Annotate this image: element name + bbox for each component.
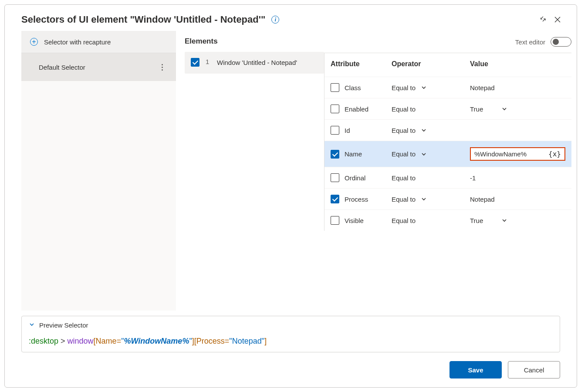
selector-preview-text: :desktop > window[Name="%WindowName%"][P… [29, 337, 553, 346]
attributes-column: Text editor Attribute Operator Value Cla… [324, 31, 571, 311]
chevron-down-icon[interactable] [421, 196, 427, 202]
attr-value-input[interactable]: %WindowName%{x} [470, 147, 565, 161]
preview-label: Preview Selector [39, 321, 88, 329]
attr-row-enabled: EnabledEqual toTrue [324, 98, 571, 119]
add-selector-button[interactable]: + Selector with recapture [21, 31, 176, 53]
attr-operator: Equal to [392, 150, 416, 158]
attr-operator: Equal to [392, 105, 416, 113]
cancel-button[interactable]: Cancel [508, 361, 560, 378]
attr-row-process: ProcessEqual toNotepad [324, 188, 571, 210]
content: + Selector with recapture Default Select… [5, 31, 577, 311]
selector-sidebar: + Selector with recapture Default Select… [21, 31, 176, 311]
chevron-down-icon[interactable] [501, 217, 507, 223]
attr-row-visible: VisibleEqual toTrue [324, 210, 571, 231]
col-value: Value [470, 60, 565, 68]
add-selector-label: Selector with recapture [44, 38, 111, 46]
attr-operator: Equal to [392, 84, 416, 91]
save-button[interactable]: Save [449, 361, 502, 378]
chevron-down-icon[interactable] [421, 127, 427, 133]
attr-name: Class [345, 84, 361, 91]
attribute-table: Attribute Operator Value ClassEqual toNo… [324, 53, 571, 231]
attr-name: Enabled [345, 105, 368, 113]
attr-checkbox[interactable] [331, 173, 339, 182]
attr-operator: Equal to [392, 196, 416, 203]
attr-row-ordinal: OrdinalEqual to-1 [324, 167, 571, 188]
main-area: Elements 1 Window 'Untitled - Notepad' T… [176, 31, 577, 311]
element-number: 1 [206, 58, 211, 65]
attribute-table-header: Attribute Operator Value [324, 53, 571, 77]
element-name: Window 'Untitled - Notepad' [217, 58, 297, 68]
attr-checkbox[interactable] [331, 150, 339, 159]
attr-value: -1 [470, 174, 476, 182]
attr-operator: Equal to [392, 174, 416, 182]
attr-name: Visible [345, 217, 364, 224]
attr-checkbox[interactable] [331, 105, 339, 113]
elements-header: Elements [185, 37, 218, 46]
preview-panel: Preview Selector :desktop > window[Name=… [21, 316, 560, 352]
selector-item-default[interactable]: Default Selector [21, 53, 176, 81]
attr-checkbox[interactable] [331, 126, 339, 135]
attr-row-class: ClassEqual toNotepad [324, 77, 571, 98]
chevron-down-icon[interactable] [501, 106, 507, 112]
attr-row-name: NameEqual to%WindowName%{x} [324, 141, 571, 167]
attr-name: Name [345, 150, 362, 158]
dialog-footer: Save Cancel [5, 352, 577, 387]
elements-column: Elements 1 Window 'Untitled - Notepad' [185, 31, 324, 311]
info-icon[interactable]: i [271, 16, 279, 24]
attr-row-id: IdEqual to [324, 119, 571, 141]
selector-builder-dialog: Selectors of UI element "Window 'Untitle… [4, 4, 577, 388]
plus-icon: + [30, 38, 38, 46]
element-item[interactable]: 1 Window 'Untitled - Notepad' [185, 52, 324, 74]
attr-name: Id [345, 127, 350, 134]
attr-operator: Equal to [392, 127, 416, 134]
chevron-down-icon[interactable] [421, 151, 427, 157]
close-icon[interactable] [551, 13, 564, 27]
dialog-title: Selectors of UI element "Window 'Untitle… [21, 14, 265, 25]
attr-operator: Equal to [392, 217, 416, 224]
kebab-icon[interactable] [157, 60, 167, 74]
variable-icon[interactable]: {x} [548, 150, 561, 158]
attr-value: True [470, 217, 483, 224]
attr-checkbox[interactable] [331, 216, 339, 225]
text-editor-toggle-group: Text editor [515, 37, 571, 47]
chevron-down-icon[interactable] [421, 84, 427, 91]
selector-item-label: Default Selector [39, 64, 157, 71]
preview-toggle[interactable]: Preview Selector [29, 321, 553, 329]
attr-value: True [470, 105, 483, 113]
attr-name: Process [345, 196, 368, 203]
attr-value: Notepad [470, 196, 495, 203]
col-operator: Operator [392, 60, 470, 68]
attr-checkbox[interactable] [331, 195, 339, 203]
col-attribute: Attribute [331, 60, 392, 68]
attr-value: Notepad [470, 84, 495, 91]
titlebar: Selectors of UI element "Window 'Untitle… [5, 5, 577, 31]
attr-name: Ordinal [345, 174, 365, 182]
text-editor-toggle[interactable] [551, 37, 571, 47]
attr-checkbox[interactable] [331, 83, 339, 92]
chevron-down-icon [29, 321, 35, 329]
element-checkbox[interactable] [191, 58, 199, 67]
maximize-icon[interactable] [537, 13, 551, 27]
text-editor-label: Text editor [515, 38, 545, 46]
